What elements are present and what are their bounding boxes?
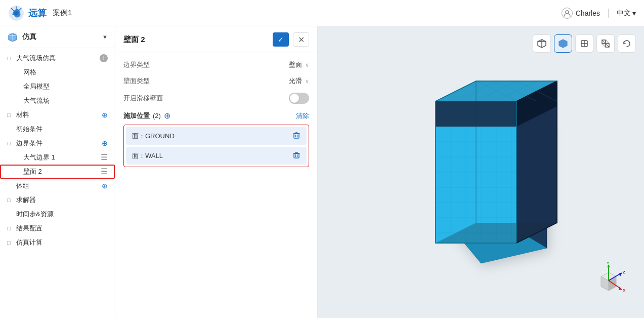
item-label: 结果配置 — [16, 224, 108, 233]
panel-title: 壁面 2 — [123, 35, 145, 45]
sidebar-item-time-step[interactable]: 时间步&资源 — [0, 207, 115, 221]
expand-icon: □ — [7, 140, 14, 146]
sidebar-item-boundary[interactable]: □ 边界条件 ⊕ — [0, 136, 115, 150]
svg-marker-48 — [619, 287, 622, 290]
sliding-wall-label: 开启滑移壁面 — [123, 94, 163, 103]
item-label: 材料 — [16, 110, 102, 120]
boundary-type-dropdown-icon: ∨ — [305, 62, 309, 68]
svg-text:X: X — [623, 288, 626, 293]
boundary-type-row: 边界类型 壁面 ∨ — [123, 60, 309, 69]
sliding-wall-toggle[interactable] — [289, 93, 309, 104]
sidebar: 仿真 ▼ □ 大气流场仿真 i 网格 全局模型 — [0, 26, 115, 318]
item-label: 边界条件 — [16, 139, 102, 148]
sidebar-item-material[interactable]: □ 材料 ⊕ — [0, 108, 115, 122]
item-label: 网格 — [23, 68, 108, 77]
3d-viewport-content — [385, 66, 577, 279]
sidebar-item-atm-sim[interactable]: □ 大气流场仿真 i — [0, 51, 115, 65]
sidebar-title: 仿真 — [22, 32, 36, 42]
sidebar-header: 仿真 ▼ — [0, 26, 115, 48]
item-actions: ⊕ — [102, 182, 108, 190]
lang-dropdown-icon: ▾ — [632, 9, 636, 17]
3d-box-main — [390, 61, 572, 284]
item-label: 大气边界 1 — [23, 153, 101, 162]
viewport-btn-cube-outline[interactable] — [596, 34, 615, 53]
panel-confirm-button[interactable]: ✓ — [273, 32, 289, 47]
apply-list: 面：GROUND 面：WALL — [126, 127, 307, 165]
apply-section: 施加位置 (2) ⊕ 清除 面：GROUND — [123, 111, 309, 167]
item-actions: ⊕ — [102, 111, 108, 119]
topbar-right: Charles 中文 ▾ — [562, 8, 636, 19]
wall-type-row: 壁面类型 光滑 ∨ — [123, 76, 309, 86]
panel: 壁面 2 ✓ ✕ 边界类型 壁面 ∨ 壁面类型 光滑 ∨ — [115, 26, 318, 318]
apply-item-ground[interactable]: 面：GROUND — [126, 127, 307, 145]
apply-item-label-ground: 面：GROUND — [132, 132, 292, 141]
language-selector[interactable]: 中文 ▾ — [617, 9, 636, 18]
item-label: 大气流场仿真 — [16, 54, 100, 63]
panel-close-button[interactable]: ✕ — [293, 32, 309, 47]
item-label: 时间步&资源 — [16, 210, 108, 219]
svg-text:Y: Y — [607, 262, 610, 265]
wall-type-label: 壁面类型 — [123, 76, 150, 86]
sidebar-item-solver[interactable]: □ 求解器 — [0, 193, 115, 207]
viewport-btn-reset[interactable] — [618, 34, 636, 53]
sidebar-tree: □ 大气流场仿真 i 网格 全局模型 大气流场 — [0, 48, 115, 318]
item-actions: ☰ — [101, 168, 108, 176]
viewport-btn-cube-face[interactable] — [575, 34, 593, 53]
toggle-knob — [290, 94, 299, 103]
wall-type-value-wrap[interactable]: 光滑 ∨ — [289, 76, 309, 86]
sidebar-item-global-model[interactable]: 全局模型 — [0, 80, 115, 94]
boundary-type-value-wrap[interactable]: 壁面 ∨ — [289, 60, 309, 69]
item-label: 求解器 — [16, 195, 108, 205]
boundary-type-label: 边界类型 — [123, 60, 150, 69]
add-icon[interactable]: ⊕ — [102, 139, 108, 147]
sidebar-cube-icon — [7, 31, 18, 43]
svg-point-1 — [14, 11, 19, 16]
sidebar-item-result-config[interactable]: □ 结果配置 — [0, 221, 115, 235]
sidebar-item-wall-2[interactable]: 壁面 2 ☰ — [0, 165, 115, 179]
viewport-btn-cube-solid[interactable] — [554, 34, 572, 53]
apply-clear-button[interactable]: 清除 — [296, 111, 309, 121]
svg-rect-4 — [294, 134, 299, 138]
menu-icon[interactable]: ☰ — [101, 153, 108, 162]
viewport-btn-cube-wire[interactable] — [533, 34, 551, 53]
expand-icon: □ — [7, 225, 14, 231]
add-icon[interactable]: ⊕ — [102, 182, 108, 190]
axis-indicator: Y Z X — [588, 262, 629, 303]
user-area[interactable]: Charles — [562, 8, 600, 19]
panel-actions: ✓ ✕ — [273, 32, 309, 47]
apply-item-label-wall: 面：WALL — [132, 151, 292, 161]
sidebar-item-grid[interactable]: 网格 — [0, 65, 115, 80]
delete-ground-button[interactable] — [292, 131, 300, 141]
panel-header: 壁面 2 ✓ ✕ — [115, 26, 317, 53]
apply-add-button[interactable]: ⊕ — [164, 111, 170, 121]
svg-point-2 — [566, 11, 569, 14]
sidebar-item-sim-compute[interactable]: □ 仿真计算 — [0, 235, 115, 250]
item-actions: ⊕ — [102, 139, 108, 147]
wall-type-value: 光滑 — [289, 76, 302, 86]
apply-title: 施加位置 — [123, 111, 150, 121]
logo-icon — [8, 5, 24, 21]
case-title: 案例1 — [53, 8, 72, 18]
sidebar-collapse-icon[interactable]: ▼ — [102, 34, 108, 40]
menu-icon[interactable]: ☰ — [101, 168, 108, 176]
boundary-type-value: 壁面 — [289, 60, 302, 69]
topbar-divider — [608, 9, 609, 18]
sidebar-item-atm-boundary[interactable]: 大气边界 1 ☰ — [0, 150, 115, 165]
panel-body: 边界类型 壁面 ∨ 壁面类型 光滑 ∨ 开启滑移壁面 — [115, 53, 317, 318]
apply-item-wall[interactable]: 面：WALL — [126, 147, 307, 165]
user-name: Charles — [576, 9, 600, 17]
expand-icon: □ — [7, 240, 14, 246]
viewport-toolbar — [533, 34, 636, 53]
item-actions: i — [100, 54, 108, 62]
topbar: 远算 案例1 Charles 中文 ▾ — [0, 0, 644, 26]
item-label: 大气流场 — [23, 96, 108, 105]
expand-icon: □ — [7, 197, 14, 203]
sidebar-item-init-cond[interactable]: 初始条件 — [0, 122, 115, 136]
apply-header: 施加位置 (2) ⊕ 清除 — [123, 111, 309, 121]
sidebar-item-atm-flow[interactable]: 大气流场 — [0, 94, 115, 108]
sidebar-header-title: 仿真 — [7, 31, 36, 43]
sidebar-item-body-group[interactable]: 体组 ⊕ — [0, 179, 115, 193]
delete-wall-button[interactable] — [292, 151, 300, 161]
add-icon[interactable]: ⊕ — [102, 111, 108, 119]
apply-title-row: 施加位置 (2) ⊕ — [123, 111, 170, 121]
